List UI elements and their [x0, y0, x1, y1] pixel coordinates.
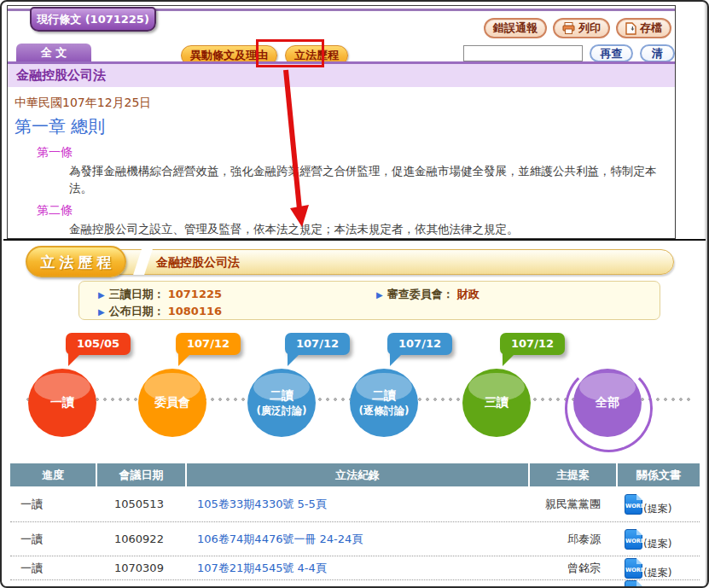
word-icon-label: WORD: [625, 538, 642, 544]
partial-next-row: WORD: [10, 580, 700, 588]
stage-circle[interactable]: 三讀: [462, 369, 531, 437]
doc-type-label: (提案): [643, 504, 671, 515]
bubble-tail: [390, 353, 403, 366]
screenshot-frame: 現行條文 (1071225) 錯誤通報 列印 存檔 全: [0, 0, 709, 588]
stage-date-bubble: 107/12: [387, 333, 452, 355]
stage-circle[interactable]: 一讀: [28, 369, 96, 437]
requery-button[interactable]: 再查詢: [590, 44, 633, 62]
cell-record: 107卷21期4545號 4-4頁: [185, 561, 528, 576]
law-title-bar: 金融控股公司法: [8, 61, 675, 87]
promulgation-date-info: ▶公布日期：1080116: [98, 304, 222, 319]
header-record: 立法紀錄: [185, 463, 528, 486]
timeline-stage-4[interactable]: 107/12二讀(逐條討論): [350, 333, 418, 444]
save-file-icon: [625, 22, 636, 35]
review-committee-info: ▶審查委員會：財政: [376, 287, 479, 302]
timeline-stage-5[interactable]: 107/12三讀: [462, 333, 531, 444]
third-reading-date: ▶三讀日期：1071225: [98, 287, 222, 302]
table-body: 一讀1050513105卷33期4330號 5-5頁親民黨黨團WORD(提案)一…: [10, 486, 700, 580]
article-paragraph: 為發揮金融機構綜合經營效益，強化金融跨業經營之合併監理，促進金融市場健全發展，並…: [69, 163, 665, 196]
cell-record: 106卷74期4476號一冊 24-24頁: [185, 532, 528, 547]
stage-date-bubble: 107/12: [500, 333, 565, 355]
popup-header-bar: 金融控股公司法: [55, 249, 674, 275]
word-doc-icon[interactable]: WORD: [625, 529, 642, 550]
stage-label: 二讀: [270, 388, 293, 404]
word-doc-icon[interactable]: WORD: [625, 494, 642, 515]
tab-fulltext[interactable]: 全 文: [16, 44, 91, 61]
stage-label: 二讀: [372, 388, 396, 404]
error-report-label: 錯誤通報: [493, 20, 538, 36]
doc-type-label: (提案): [643, 539, 671, 550]
save-label: 存檔: [640, 20, 662, 36]
table-row: 一讀1070309107卷21期4545號 4-4頁曾銘宗WORD(提案): [10, 556, 700, 580]
bubble-tail: [503, 353, 515, 366]
stage-circle[interactable]: 二讀(廣泛討論): [247, 369, 316, 437]
timeline-stage-3[interactable]: 107/12二讀(廣泛討論): [247, 333, 316, 444]
error-report-button[interactable]: 錯誤通報: [484, 18, 547, 38]
record-link[interactable]: 106卷74期4476號一冊 24-24頁: [197, 533, 363, 545]
bubble-tail: [178, 353, 191, 366]
timeline-stage-1[interactable]: 105/05一讀: [28, 333, 96, 444]
stage-label: 三讀: [485, 395, 509, 410]
table-row: 一讀1050513105卷33期4330號 5-5頁親民黨黨團WORD(提案): [10, 486, 700, 522]
history-table: 進度 會議日期 立法紀錄 主提案 關係文書 一讀1050513105卷33期43…: [10, 463, 700, 588]
cell-stage: 一讀: [10, 532, 96, 547]
stage-circle[interactable]: 全部: [573, 369, 642, 437]
cell-stage: 一讀: [10, 497, 96, 512]
clear-button[interactable]: 清除: [640, 44, 675, 62]
stage-label: 全部: [596, 395, 619, 410]
info-label: 三讀日期：: [109, 288, 165, 300]
header-divider: [133, 249, 153, 275]
search-input[interactable]: [463, 45, 583, 61]
cell-related-doc: WORD(提案): [616, 558, 700, 579]
stage-label: 委員會: [154, 395, 190, 410]
word-icon-label: WORD: [625, 503, 642, 509]
arrow-bullet-icon: ▶: [98, 307, 105, 317]
stage-circle[interactable]: 委員會: [138, 369, 206, 437]
cell-proposer: 親民黨黨團: [528, 497, 616, 512]
cell-meeting-date: 1060922: [96, 533, 185, 545]
printer-icon: [562, 22, 575, 34]
stage-date-bubble: 107/12: [176, 333, 241, 355]
timeline-stage-2[interactable]: 107/12委員會: [138, 333, 206, 444]
info-box: ▶三讀日期：1071225 ▶公布日期：1080116 ▶審查委員會：財政: [78, 281, 660, 320]
chapter-heading: 第一章 總則: [15, 115, 668, 138]
bubble-tail: [68, 353, 81, 366]
red-highlight-box: [256, 39, 324, 67]
word-doc-icon[interactable]: WORD: [625, 558, 642, 579]
cell-related-doc: WORD(提案): [616, 529, 700, 550]
arrow-bullet-icon: ▶: [98, 290, 105, 300]
cell-meeting-date: 1070309: [96, 562, 185, 574]
word-doc-icon-partial[interactable]: WORD: [625, 580, 642, 588]
stage-date-bubble: 105/05: [66, 333, 131, 355]
window-title-ribbon: 現行條文 (1071225): [30, 7, 156, 32]
legislative-history-popup: 金融控股公司法 立法歷程 ▶三讀日期：1071225 ▶公布日期：1080116…: [3, 239, 706, 588]
stage-label: 一讀: [50, 395, 74, 410]
cell-proposer: 曾銘宗: [528, 561, 616, 576]
articles-container: 第一條為發揮金融機構綜合經營效益，強化金融跨業經營之合併監理，促進金融市場健全發…: [15, 145, 668, 239]
bubble-tail: [288, 353, 300, 366]
record-link[interactable]: 105卷33期4330號 5-5頁: [197, 498, 327, 510]
header-proposer: 主提案: [528, 463, 616, 486]
save-button[interactable]: 存檔: [616, 18, 671, 38]
header-related-docs: 關係文書: [616, 463, 700, 486]
header-stage: 進度: [10, 463, 96, 486]
current-law-window: 現行條文 (1071225) 錯誤通報 列印 存檔 全: [7, 5, 676, 239]
article-paragraph: 金融控股公司之設立、管理及監督，依本法之規定；本法未規定者，依其他法律之規定。: [69, 221, 665, 238]
stage-date-bubble: 107/12: [285, 333, 350, 355]
info-value: 1071225: [168, 288, 222, 300]
arrow-bullet-icon: ▶: [376, 290, 383, 300]
record-link[interactable]: 107卷21期4545號 4-4頁: [197, 562, 327, 574]
stage-circle[interactable]: 二讀(逐條討論): [350, 369, 418, 437]
cell-record: 105卷33期4330號 5-5頁: [185, 497, 528, 512]
info-label: 審查委員會：: [387, 288, 454, 300]
timeline-stage-6[interactable]: 全部: [573, 333, 642, 444]
stage-sublabel: (逐條討論): [359, 404, 410, 418]
print-button[interactable]: 列印: [553, 18, 610, 38]
cell-stage: 一讀: [10, 561, 96, 576]
cell-meeting-date: 1050513: [96, 498, 185, 510]
info-value: 1080116: [168, 305, 222, 317]
doc-type-label: (提案): [643, 568, 671, 579]
query-area: 再查詢 清除: [463, 44, 675, 62]
cell-proposer: 邱泰源: [528, 532, 616, 547]
article-number: 第二條: [37, 203, 668, 218]
